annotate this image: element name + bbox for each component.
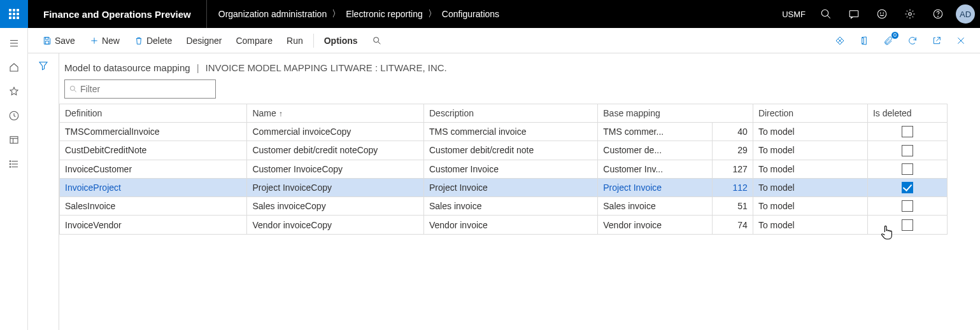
breadcrumb-item-0[interactable]: Organization administration [218, 9, 327, 19]
cell-name[interactable]: Project InvoiceCopy [247, 178, 424, 196]
toolbar-search-button[interactable] [366, 33, 388, 48]
checkbox[interactable] [902, 182, 913, 193]
table-row[interactable]: CustDebitCreditNoteCustomer debit/credit… [60, 141, 948, 160]
office-icon [859, 36, 869, 46]
svg-point-21 [10, 167, 11, 168]
checkbox[interactable] [902, 145, 913, 156]
cell-definition[interactable]: InvoiceCustomer [60, 160, 247, 178]
cell-count[interactable]: 51 [713, 197, 753, 216]
cell-definition[interactable]: CustDebitCreditNote [60, 141, 247, 160]
filter-rail-button[interactable] [38, 60, 49, 330]
workspaces-button[interactable] [3, 130, 25, 150]
cell-description[interactable]: Sales invoice [423, 197, 597, 216]
col-description[interactable]: Description [423, 104, 597, 123]
run-button[interactable]: Run [280, 33, 309, 48]
modules-button[interactable] [3, 154, 25, 174]
cell-is-deleted[interactable] [867, 141, 947, 160]
cell-description[interactable]: Project Invoice [423, 178, 597, 196]
col-direction[interactable]: Direction [753, 104, 867, 123]
checkbox[interactable] [902, 163, 913, 175]
cell-is-deleted[interactable] [867, 178, 947, 196]
cell-count[interactable]: 29 [713, 141, 753, 160]
cell-direction[interactable]: To model [753, 178, 867, 196]
cell-name[interactable]: Customer InvoiceCopy [247, 160, 424, 178]
cell-name[interactable]: Vendor invoiceCopy [247, 216, 424, 234]
checkbox[interactable] [902, 219, 913, 231]
options-button[interactable]: Options [318, 33, 364, 48]
filter-input[interactable] [80, 84, 211, 94]
title-separator: | [197, 62, 199, 73]
delete-button[interactable]: Delete [127, 33, 178, 48]
cell-is-deleted[interactable] [867, 197, 947, 216]
save-button[interactable]: Save [36, 33, 82, 48]
cell-count[interactable]: 127 [713, 160, 753, 178]
attachment-badge: 0 [891, 32, 898, 39]
cell-direction[interactable]: To model [753, 216, 867, 234]
options-label: Options [324, 36, 358, 46]
feedback-button[interactable] [869, 0, 895, 28]
app-launcher[interactable] [0, 0, 28, 28]
col-base-mapping[interactable]: Base mapping [598, 104, 753, 123]
cell-base-mapping[interactable]: Customer Inv... [598, 160, 713, 178]
cell-base-mapping[interactable]: TMS commer... [598, 123, 713, 141]
cell-base-mapping[interactable]: Vendor invoice [598, 216, 713, 234]
refresh-button[interactable] [901, 33, 924, 48]
company-code[interactable]: USMF [777, 10, 811, 19]
avatar[interactable]: AD [956, 4, 975, 24]
cell-base-mapping[interactable]: Sales invoice [598, 197, 713, 216]
close-button[interactable] [949, 33, 972, 48]
table-row[interactable]: InvoiceProjectProject InvoiceCopyProject… [60, 178, 948, 196]
cell-base-mapping[interactable]: Customer de... [598, 141, 713, 160]
cell-is-deleted[interactable] [867, 123, 947, 141]
cell-count[interactable]: 40 [713, 123, 753, 141]
link-button[interactable] [828, 33, 851, 48]
settings-button[interactable] [897, 0, 923, 28]
cell-definition[interactable]: InvoiceVendor [60, 216, 247, 234]
checkbox[interactable] [902, 126, 913, 137]
popout-button[interactable] [925, 33, 948, 48]
table-row[interactable]: SalesInvoiceSales invoiceCopySales invoi… [60, 197, 948, 216]
filter-rail [28, 53, 59, 330]
cell-name[interactable]: Commercial invoiceCopy [247, 123, 424, 141]
filter-box[interactable] [64, 79, 216, 99]
cell-is-deleted[interactable] [867, 160, 947, 178]
cell-name[interactable]: Sales invoiceCopy [247, 197, 424, 216]
cell-name[interactable]: Customer debit/credit noteCopy [247, 141, 424, 160]
cell-description[interactable]: Customer Invoice [423, 160, 597, 178]
cell-direction[interactable]: To model [753, 160, 867, 178]
office-button[interactable] [853, 33, 876, 48]
recent-button[interactable] [3, 106, 25, 126]
cell-count[interactable]: 74 [713, 216, 753, 234]
col-definition[interactable]: Definition [60, 104, 247, 123]
cell-direction[interactable]: To model [753, 141, 867, 160]
cell-description[interactable]: Customer debit/credit note [423, 141, 597, 160]
cell-count[interactable]: 112 [713, 178, 753, 196]
cell-direction[interactable]: To model [753, 197, 867, 216]
cell-direction[interactable]: To model [753, 123, 867, 141]
attachments-button[interactable]: 0 [877, 33, 900, 48]
cell-base-mapping[interactable]: Project Invoice [598, 178, 713, 196]
hamburger-button[interactable] [3, 33, 25, 53]
cell-definition[interactable]: InvoiceProject [60, 178, 247, 196]
table-row[interactable]: TMSCommercialInvoiceCommercial invoiceCo… [60, 123, 948, 141]
favorites-button[interactable] [3, 81, 25, 102]
messages-button[interactable] [841, 0, 867, 28]
cell-description[interactable]: Vendor invoice [423, 216, 597, 234]
col-is-deleted[interactable]: Is deleted [867, 104, 947, 123]
breadcrumb-item-1[interactable]: Electronic reporting [346, 9, 423, 19]
search-button[interactable] [813, 0, 839, 28]
table-row[interactable]: InvoiceVendorVendor invoiceCopyVendor in… [60, 216, 948, 234]
cell-definition[interactable]: SalesInvoice [60, 197, 247, 216]
compare-button[interactable]: Compare [229, 33, 279, 48]
cell-is-deleted[interactable] [867, 216, 947, 234]
help-button[interactable] [925, 0, 951, 28]
table-row[interactable]: InvoiceCustomerCustomer InvoiceCopyCusto… [60, 160, 948, 178]
new-button[interactable]: New [83, 33, 126, 48]
cell-definition[interactable]: TMSCommercialInvoice [60, 123, 247, 141]
home-button[interactable] [3, 57, 25, 78]
breadcrumb-item-2[interactable]: Configurations [442, 9, 499, 19]
designer-button[interactable]: Designer [180, 33, 228, 48]
checkbox[interactable] [902, 200, 913, 212]
col-name[interactable]: Name ↑ [247, 104, 424, 123]
cell-description[interactable]: TMS commercial invoice [423, 123, 597, 141]
